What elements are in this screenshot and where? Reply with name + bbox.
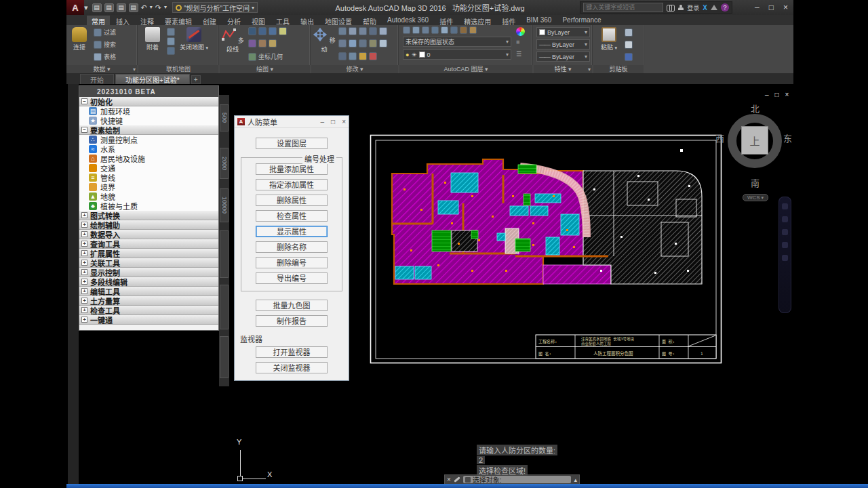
hatch-icon[interactable] xyxy=(258,39,267,47)
polygon-icon[interactable] xyxy=(269,39,277,47)
scale-tab-500[interactable]: 500 xyxy=(220,104,229,131)
dialog-title-bar[interactable]: A 人防菜单 – □ × xyxy=(235,116,349,128)
join-icon[interactable] xyxy=(349,52,357,60)
expand-icon[interactable]: + xyxy=(81,298,87,304)
tab-featured-apps[interactable]: 精选应用 xyxy=(459,16,496,25)
erase-icon[interactable] xyxy=(369,52,377,60)
array-icon[interactable] xyxy=(379,27,387,35)
tab-plugins[interactable]: 插件 xyxy=(435,16,458,25)
command-expand-icon[interactable]: ▴ xyxy=(574,476,577,483)
linetype-stack-icon[interactable]: ≡ xyxy=(516,39,519,45)
scale-tab-extra[interactable] xyxy=(220,336,229,378)
panel-layers-label[interactable]: AutoCAD 图层 ▾ xyxy=(399,65,532,73)
lineweight-stack-icon[interactable]: ☰ xyxy=(516,51,521,58)
new-file-icon[interactable]: ▤ xyxy=(92,3,102,12)
paste-button[interactable]: 粘贴 ▾ xyxy=(597,26,620,52)
layer-properties-icon[interactable] xyxy=(403,26,410,34)
workspace-switcher[interactable]: "规划与分析"工作空间 ▾ xyxy=(172,2,258,13)
filter-button[interactable]: 过滤 xyxy=(94,28,116,37)
drawing-minimize-button[interactable]: – xyxy=(765,91,769,98)
tree-item-boundary[interactable]: 境界 xyxy=(79,182,218,192)
tab-addins[interactable]: 插件 xyxy=(497,16,520,25)
layer-prev-icon[interactable] xyxy=(460,26,467,34)
trim-icon[interactable] xyxy=(349,39,357,47)
wcs-dropdown[interactable]: WCS▾ xyxy=(743,194,768,201)
close-map-button[interactable]: 关闭地图 ▾ xyxy=(179,26,209,52)
close-button[interactable]: × xyxy=(783,3,788,12)
break-icon[interactable] xyxy=(338,52,347,60)
expand-icon[interactable]: + xyxy=(81,269,87,275)
layer-walk-icon[interactable] xyxy=(469,26,477,34)
expand-icon[interactable]: + xyxy=(81,241,87,247)
tab-tools[interactable]: 工具 xyxy=(271,16,294,25)
command-recent-icon[interactable] xyxy=(465,477,471,483)
new-drawing-tab-button[interactable]: + xyxy=(191,75,201,84)
layer-lock-icon[interactable] xyxy=(441,26,448,34)
section-one-key[interactable]: +一键通 xyxy=(79,315,218,325)
section-feature-draw[interactable]: −要素绘制 xyxy=(79,125,218,135)
scale-tab-extra[interactable] xyxy=(220,285,229,329)
attach-button[interactable]: 附着 xyxy=(141,26,164,52)
assign-add-attr-button[interactable]: 指定添加属性 xyxy=(256,179,328,190)
command-close-icon[interactable]: × xyxy=(447,476,451,483)
expand-icon[interactable]: + xyxy=(81,250,87,256)
dialog-maximize-button[interactable]: □ xyxy=(331,118,335,125)
make-report-button[interactable]: 制作报告 xyxy=(256,315,328,327)
minimize-button[interactable]: – xyxy=(755,3,760,12)
open-file-icon[interactable]: ▤ xyxy=(104,3,114,12)
set-layer-button[interactable]: 设置图层 xyxy=(256,138,328,149)
dialog-close-button[interactable]: × xyxy=(342,118,346,125)
delete-name-button[interactable]: 删除名称 xyxy=(256,241,328,253)
move-button[interactable]: 移动 xyxy=(313,26,336,54)
show-attr-button[interactable]: 显示属性 xyxy=(256,226,328,237)
collapse-icon[interactable]: − xyxy=(81,127,87,133)
circle-icon[interactable] xyxy=(248,39,256,47)
panel-draw-label[interactable]: 绘图 ▾ xyxy=(220,65,310,73)
rotate-icon[interactable] xyxy=(349,27,357,35)
batch-add-attr-button[interactable]: 批量添加属性 xyxy=(256,163,328,175)
tab-map-setup[interactable]: 地图设置 xyxy=(320,16,357,25)
layer-freeze-icon[interactable] xyxy=(431,26,439,34)
map-tool-icon[interactable] xyxy=(167,47,175,55)
drawing-restore-button[interactable]: □ xyxy=(775,91,779,98)
delete-number-button[interactable]: 删除编号 xyxy=(256,257,328,268)
export-number-button[interactable]: 导出编号 xyxy=(256,272,328,284)
layer-isolate-icon[interactable] xyxy=(422,26,429,34)
sun-icon[interactable]: ☀ xyxy=(411,52,416,58)
civil-defense-zone-strip[interactable] xyxy=(543,265,611,284)
layer-dropdown[interactable]: ● ☀ 0 ▾ xyxy=(403,49,511,60)
tab-analyze[interactable]: 分析 xyxy=(222,16,245,25)
dialog-minimize-button[interactable]: – xyxy=(321,118,325,125)
undo-dropdown-icon[interactable]: ▾ xyxy=(150,5,153,10)
panel-online-map-label[interactable]: 联机地图 xyxy=(138,65,218,73)
scale-tab-extra[interactable] xyxy=(220,230,229,278)
help-icon[interactable]: ? xyxy=(721,3,729,12)
panel-clipboard-label[interactable]: 剪贴板 xyxy=(593,65,644,73)
panel-data-label[interactable]: 数据 ▾▾ xyxy=(66,65,137,73)
lineweight-dropdown[interactable]: ——ByLayer▾ xyxy=(536,52,590,62)
linetype-dropdown[interactable]: ——ByLayer▾ xyxy=(536,39,590,49)
tab-drawing[interactable]: 功能分区图+试验* xyxy=(115,74,190,84)
tree-item-pipelines[interactable]: ≡管线 xyxy=(79,173,218,182)
tab-start[interactable]: 开始 xyxy=(80,74,114,84)
tab-create[interactable]: 创建 xyxy=(198,16,221,25)
fillet-icon[interactable] xyxy=(359,39,367,47)
autocad-logo-icon[interactable]: A xyxy=(66,0,84,15)
tree-item-control-points[interactable]: ∴测量控制点 xyxy=(79,135,218,144)
search-data-button[interactable]: 搜索 xyxy=(94,40,116,49)
palette-title-strip[interactable] xyxy=(68,84,79,484)
drawing-close-button[interactable]: × xyxy=(785,91,789,98)
redo-dropdown-icon[interactable]: ▾ xyxy=(164,5,167,10)
exchange-apps-icon[interactable]: X xyxy=(703,4,707,12)
rectangle-icon[interactable] xyxy=(279,27,287,35)
expand-icon[interactable]: + xyxy=(81,307,87,313)
viewcube-west[interactable]: 西 xyxy=(715,131,724,144)
color-dropdown[interactable]: ByLayer▾ xyxy=(536,27,590,37)
panel-modify-label[interactable]: 修改 ▾ xyxy=(311,65,398,73)
drawing-workspace[interactable]: – □ × xyxy=(66,84,793,484)
map-tool-icon[interactable] xyxy=(167,28,175,36)
expand-icon[interactable]: + xyxy=(81,260,87,266)
scale-tab-10000[interactable]: 10000 xyxy=(220,188,229,222)
connect-button[interactable]: 连接 xyxy=(68,26,91,52)
tab-performance[interactable]: Performance xyxy=(557,16,606,25)
